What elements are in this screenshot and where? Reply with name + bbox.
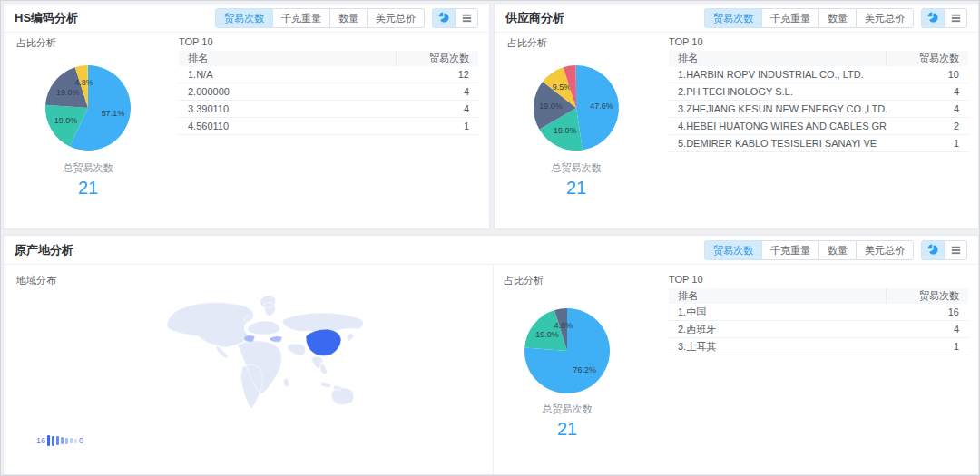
- view-switch-group: [921, 240, 967, 260]
- total-block: 总贸易次数 21: [24, 161, 152, 199]
- table-view-button[interactable]: [455, 8, 478, 28]
- metric-toolbar: 贸易次数 千克重量 数量 美元总价: [215, 8, 478, 28]
- metric-button-group: 贸易次数 千克重量 数量 美元总价: [704, 240, 914, 260]
- metric-trade-count-button[interactable]: 贸易次数: [704, 240, 762, 260]
- pie-view-button[interactable]: [921, 8, 945, 28]
- pie-slice-label: 4.8%: [74, 78, 93, 87]
- table-row: 4.5601101: [179, 118, 478, 135]
- legend-bar: [74, 439, 77, 443]
- rank-column-header: 排名: [669, 51, 886, 66]
- total-value: 21: [513, 178, 640, 199]
- table-row: 2.0000004: [179, 83, 478, 101]
- pie-slice-label: 9.5%: [553, 83, 572, 92]
- metric-toolbar: 贸易次数 千克重量 数量 美元总价: [704, 240, 967, 260]
- table-view-button[interactable]: [944, 8, 967, 28]
- pie-section-label: 占比分析: [16, 36, 56, 50]
- table-row: 2.西班牙4: [669, 321, 968, 338]
- hs-pie-chart[interactable]: 57.1%19.0%19.0%4.8%: [38, 58, 138, 158]
- top10-table: 排名 贸易次数 1.N/A12 2.0000004 3.3901104 4.56…: [179, 51, 478, 135]
- country-spain[interactable]: [244, 335, 255, 343]
- metric-weight-kg-button[interactable]: 千克重量: [761, 8, 819, 28]
- total-value: 21: [24, 178, 152, 199]
- pie-slice-label: 19.0%: [56, 88, 80, 97]
- metric-trade-count-button[interactable]: 贸易次数: [704, 8, 762, 28]
- table-icon: [950, 12, 962, 24]
- metric-usd-total-button[interactable]: 美元总价: [856, 240, 914, 260]
- value-column-header: 贸易次数: [886, 288, 968, 304]
- panel-title: 供应商分析: [505, 10, 564, 26]
- metric-usd-total-button[interactable]: 美元总价: [856, 8, 914, 28]
- metric-quantity-button[interactable]: 数量: [329, 8, 368, 28]
- pie-slice-label: 4.8%: [554, 321, 573, 330]
- country-china[interactable]: [306, 329, 341, 356]
- metric-weight-kg-button[interactable]: 千克重量: [272, 8, 330, 28]
- table-header-row: 排名 贸易次数: [669, 51, 968, 66]
- top10-table: 排名 贸易次数 1.中国16 2.西班牙4 3.土耳其1: [669, 288, 968, 355]
- world-map[interactable]: [162, 294, 370, 416]
- metric-usd-total-button[interactable]: 美元总价: [367, 8, 425, 28]
- table-view-button[interactable]: [944, 240, 967, 260]
- legend-max-value: 16: [36, 436, 45, 445]
- table-row: 2.PH TECHNOLOGY S.L.4: [669, 83, 968, 101]
- legend-bar: [56, 436, 59, 445]
- pie-slice-label: 57.1%: [102, 109, 125, 118]
- legend-bar: [52, 436, 54, 446]
- supplier-pie-chart[interactable]: 47.6%19.0%19.0%9.5%: [526, 58, 626, 158]
- pie-slice-label: 76.2%: [573, 365, 596, 374]
- table-row: 3.土耳其1: [669, 338, 968, 355]
- pie-chart-icon: [927, 12, 939, 24]
- pie-view-button[interactable]: [432, 8, 456, 28]
- metric-weight-kg-button[interactable]: 千克重量: [761, 240, 819, 260]
- metric-quantity-button[interactable]: 数量: [818, 240, 857, 260]
- top10-table: 排名 贸易次数 1.HARBIN ROPV INDUSTRIAL CO., LT…: [669, 51, 968, 152]
- pie-slice-label: 19.0%: [554, 126, 577, 135]
- panel-origin-analysis: 原产地分析 贸易次数 千克重量 数量 美元总价: [3, 235, 979, 475]
- legend-bar: [70, 438, 73, 443]
- legend-bar: [61, 437, 64, 444]
- country-turkey[interactable]: [270, 336, 282, 343]
- panel-supplier-analysis: 供应商分析 贸易次数 千克重量 数量 美元总价: [494, 3, 979, 229]
- table-row: 1.N/A12: [179, 66, 478, 83]
- value-column-header: 贸易次数: [396, 51, 478, 66]
- pie-slice-label: 47.6%: [590, 102, 613, 111]
- table-row: 1.中国16: [669, 304, 968, 321]
- pie-section-label: 占比分析: [507, 36, 547, 50]
- pie-slice-label: 19.0%: [539, 102, 563, 111]
- panel-title: 原产地分析: [15, 242, 74, 258]
- total-label: 总贸易次数: [513, 161, 640, 175]
- dashboard: HS编码分析 贸易次数 千克重量 数量 美元总价: [0, 0, 980, 476]
- top10-section-label: TOP 10: [179, 36, 213, 47]
- table-icon: [950, 244, 962, 256]
- pie-slice-label: 19.0%: [535, 330, 559, 339]
- table-icon: [461, 12, 473, 24]
- panel-header: 供应商分析 贸易次数 千克重量 数量 美元总价: [495, 4, 978, 33]
- pie-slice-label: 19.0%: [54, 116, 78, 125]
- table-row: 3.3901104: [179, 101, 478, 118]
- rank-column-header: 排名: [179, 51, 396, 66]
- pie-chart-icon: [927, 244, 939, 256]
- table-header-row: 排名 贸易次数: [669, 288, 968, 304]
- table-row: 3.ZHEJIANG KESUN NEW ENERGY CO.,LTD.4: [669, 101, 968, 118]
- metric-toolbar: 贸易次数 千克重量 数量 美元总价: [704, 8, 967, 28]
- metric-trade-count-button[interactable]: 贸易次数: [215, 8, 273, 28]
- panel-header: HS编码分析 贸易次数 千克重量 数量 美元总价: [4, 4, 489, 33]
- total-label: 总贸易次数: [24, 161, 152, 175]
- map-visual-range-legend[interactable]: 16 0: [36, 435, 83, 446]
- pie-chart-icon: [438, 12, 450, 24]
- table-header-row: 排名 贸易次数: [179, 51, 478, 66]
- table-row: 4.HEBEI HUATONG WIRES AND CABLES GROUP C…: [669, 118, 968, 135]
- pie-view-button[interactable]: [921, 240, 945, 260]
- metric-button-group: 贸易次数 千克重量 数量 美元总价: [215, 8, 425, 28]
- origin-pie-chart[interactable]: 76.2%19.0%4.8%: [517, 301, 617, 401]
- total-label: 总贸易次数: [504, 403, 631, 416]
- legend-min-value: 0: [79, 436, 83, 445]
- value-column-header: 贸易次数: [886, 51, 968, 66]
- top10-section-label: TOP 10: [669, 274, 703, 285]
- view-switch-group: [432, 8, 478, 28]
- metric-quantity-button[interactable]: 数量: [818, 8, 857, 28]
- panel-hs-code-analysis: HS编码分析 贸易次数 千克重量 数量 美元总价: [3, 3, 490, 229]
- table-row: 1.HARBIN ROPV INDUSTRIAL CO., LTD.10: [669, 66, 968, 83]
- legend-bar: [65, 438, 68, 444]
- panel-title: HS编码分析: [15, 10, 78, 26]
- view-switch-group: [921, 8, 967, 28]
